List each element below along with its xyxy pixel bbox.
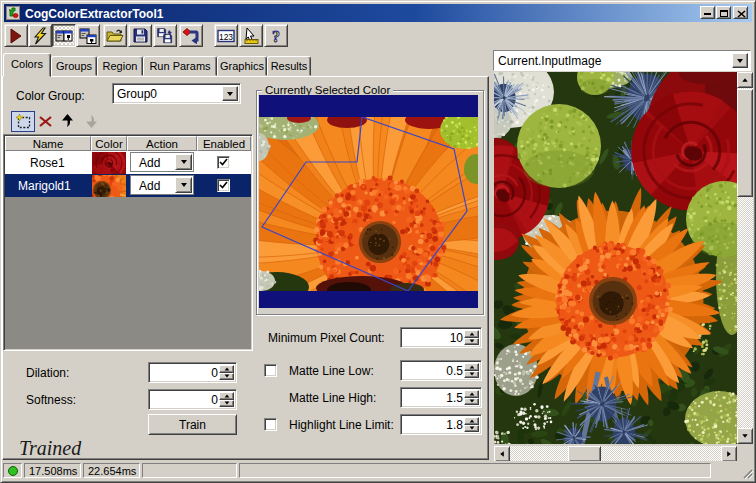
svg-text:123: 123 [219, 31, 233, 41]
svg-text:?: ? [272, 28, 280, 44]
